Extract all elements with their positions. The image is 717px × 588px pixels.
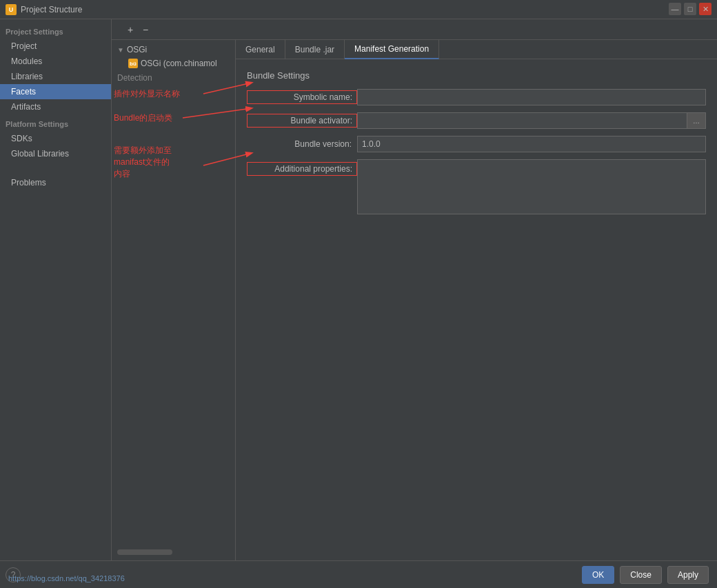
- remove-button[interactable]: −: [138, 22, 153, 37]
- tree-child-icon: bü: [128, 59, 138, 68]
- close-button[interactable]: ✕: [699, 3, 711, 15]
- bundle-activator-input[interactable]: [357, 112, 687, 129]
- content-toolbar: + −: [112, 19, 717, 40]
- maximize-button[interactable]: □: [684, 3, 696, 15]
- app-icon: U: [6, 4, 17, 15]
- project-settings-label: Project Settings: [0, 22, 111, 39]
- tab-bundle-jar[interactable]: Bundle .jar: [285, 40, 345, 59]
- bundle-version-row: Bundle version:: [247, 136, 706, 152]
- tree-toggle-icon: ▼: [117, 46, 124, 54]
- minimize-button[interactable]: —: [669, 3, 681, 15]
- bottom-bar: ? https://blog.csdn.net/qq_34218376 OK C…: [0, 560, 717, 588]
- tree-and-panel: ▼ OSGi bü OSGi (com.chinamol Detection: [112, 40, 717, 560]
- sidebar-item-sdks[interactable]: SDKs: [0, 131, 111, 146]
- sidebar-item-artifacts[interactable]: Artifacts: [0, 99, 111, 114]
- bundle-activator-browse-button[interactable]: …: [687, 112, 706, 129]
- symbolic-name-label: Symbolic name:: [247, 90, 357, 104]
- main-layout: Project Settings Project Modules Librari…: [0, 19, 717, 560]
- bundle-activator-input-group: …: [357, 112, 706, 129]
- additional-properties-row: Additional properties:: [247, 159, 706, 214]
- additional-properties-label: Additional properties:: [247, 162, 357, 176]
- sidebar-item-libraries[interactable]: Libraries: [0, 69, 111, 84]
- sidebar-item-global-libraries[interactable]: Global Libraries: [0, 146, 111, 161]
- platform-settings-label: Platform Settings: [0, 114, 111, 131]
- sidebar: Project Settings Project Modules Librari…: [0, 19, 112, 560]
- title-bar: U Project Structure — □ ✕: [0, 0, 717, 19]
- add-button[interactable]: +: [123, 22, 138, 37]
- bundle-settings-title: Bundle Settings: [247, 70, 706, 81]
- tree-root-item[interactable]: ▼ OSGi: [112, 43, 235, 57]
- tree-root-label: OSGi: [127, 45, 147, 54]
- tree-panel: ▼ OSGi bü OSGi (com.chinamol Detection: [112, 40, 236, 560]
- close-dialog-button[interactable]: Close: [620, 566, 662, 584]
- content-area: + − ▼ OSGi bü OSGi (com.chinamol: [112, 19, 717, 560]
- tree-scrollbar[interactable]: [117, 549, 172, 555]
- bundle-activator-label: Bundle activator:: [247, 114, 357, 128]
- detection-label: Detection: [117, 73, 152, 83]
- apply-button[interactable]: Apply: [667, 566, 709, 584]
- tree-child-item[interactable]: bü OSGi (com.chinamol: [112, 57, 235, 70]
- window-controls: — □ ✕: [669, 3, 711, 15]
- sidebar-item-project[interactable]: Project: [0, 39, 111, 54]
- bundle-panel: Bundle Settings Symbolic name: Bundle ac…: [236, 59, 717, 560]
- additional-properties-input[interactable]: [357, 159, 706, 214]
- bundle-version-label: Bundle version:: [247, 139, 357, 149]
- tab-general[interactable]: General: [236, 40, 285, 59]
- sidebar-item-problems[interactable]: Problems: [0, 175, 111, 190]
- bundle-version-input[interactable]: [357, 136, 706, 152]
- symbolic-name-row: Symbolic name:: [247, 89, 706, 105]
- right-panel: General Bundle .jar Manifest Generation …: [236, 40, 717, 560]
- bundle-activator-row: Bundle activator: …: [247, 112, 706, 129]
- symbolic-name-input[interactable]: [357, 89, 706, 105]
- tree-child-label: OSGi (com.chinamol: [141, 59, 217, 68]
- tab-bar: General Bundle .jar Manifest Generation: [236, 40, 717, 59]
- window-title: Project Structure: [21, 5, 82, 14]
- ok-button[interactable]: OK: [582, 566, 614, 584]
- sidebar-item-facets[interactable]: Facets: [0, 84, 111, 99]
- detection-section: Detection: [112, 70, 235, 85]
- tab-manifest-generation[interactable]: Manifest Generation: [345, 40, 439, 59]
- sidebar-item-modules[interactable]: Modules: [0, 54, 111, 69]
- bottom-link: https://blog.csdn.net/qq_34218376: [8, 574, 125, 582]
